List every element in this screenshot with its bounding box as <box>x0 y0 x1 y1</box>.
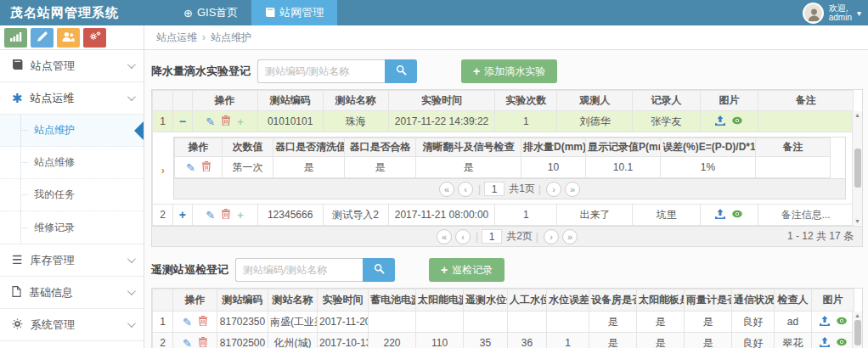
table-row: 1✎81702350南盛(工业渠)2017-11-20是是是良好ad <box>153 312 854 333</box>
sidebar-item-2[interactable]: ☰库存管理 <box>0 244 144 277</box>
add-inspection-label: 巡检记录 <box>452 263 493 278</box>
view-icon[interactable] <box>837 338 847 348</box>
edit-button[interactable] <box>31 28 54 48</box>
inspection-search-button[interactable] <box>363 258 395 282</box>
pag-next-button[interactable]: › <box>546 182 561 197</box>
chevron-down-icon <box>127 93 136 101</box>
experiment-search-input[interactable] <box>257 59 385 83</box>
edit-icon[interactable]: ✎ <box>206 210 215 221</box>
toolbar: 站点运维 › 站点维护 <box>0 25 868 50</box>
add-icon[interactable]: + <box>237 210 244 221</box>
data-cell <box>508 312 547 333</box>
sidebar-subitem-3[interactable]: 维修记录 <box>0 211 144 244</box>
settings-button[interactable] <box>83 28 106 48</box>
separator: | <box>476 231 478 243</box>
view-icon[interactable] <box>837 317 847 327</box>
data-cell: 2017-11-22 14:39:22 <box>388 111 495 132</box>
separator: | <box>536 231 538 243</box>
upload-icon[interactable] <box>715 115 725 127</box>
page-number-input[interactable]: 1 <box>484 182 504 196</box>
pag-last-button[interactable]: » <box>565 182 580 197</box>
upload-icon[interactable] <box>715 209 725 221</box>
data-cell: 2017-11-20 <box>318 312 369 333</box>
sidebar-subitem-0[interactable]: 站点维护 <box>0 115 144 147</box>
gear-icon <box>12 318 23 332</box>
edit-icon[interactable]: ✎ <box>206 116 215 127</box>
vertical-scrollbar[interactable]: ▲ <box>852 312 862 348</box>
sidebar-subitem-1[interactable]: 站点维修 <box>0 147 144 179</box>
sidebar-item-0[interactable]: 站点管理 <box>0 50 144 82</box>
separator: | <box>538 183 541 195</box>
column-header: 测站名称 <box>323 91 388 111</box>
pag-first-button[interactable]: « <box>437 229 452 244</box>
scroll-thumb[interactable] <box>854 149 861 188</box>
scroll-up-icon[interactable]: ▲ <box>854 112 860 118</box>
user-menu[interactable]: 欢迎, admin ▾ <box>803 0 861 25</box>
sidebar-item-1[interactable]: ✱站点运维 <box>0 82 144 115</box>
delete-icon[interactable] <box>222 115 230 127</box>
delete-icon[interactable] <box>199 316 207 328</box>
stats-button[interactable] <box>4 28 27 48</box>
pag-first-button[interactable]: « <box>439 182 454 197</box>
delete-icon[interactable] <box>222 209 230 221</box>
add-drip-test-button[interactable]: + 添加滴水实验 <box>461 59 557 83</box>
edit-icon[interactable]: ✎ <box>186 162 195 173</box>
column-header: 备注 <box>758 91 854 111</box>
users-icon <box>62 31 75 44</box>
operations-cell: ✎ <box>175 157 223 178</box>
breadcrumb-section[interactable]: 站点运维 <box>156 31 197 45</box>
data-cell: 35 <box>464 333 508 348</box>
sub-column-header: 备注 <box>756 138 831 157</box>
sidebar-subitem-label: 维修记录 <box>34 221 75 235</box>
data-cell: 1 <box>547 333 589 348</box>
edit-icon[interactable]: ✎ <box>183 338 192 348</box>
view-icon[interactable] <box>732 210 742 220</box>
sidebar-item-label: 基础信息 <box>29 285 73 300</box>
data-cell: 张学友 <box>633 111 700 132</box>
experiment-search-button[interactable] <box>385 59 417 83</box>
view-icon[interactable] <box>732 116 742 126</box>
sidebar-subitem-2[interactable]: 我的任务 <box>0 179 144 211</box>
add-inspection-button[interactable]: + 巡检记录 <box>429 258 504 282</box>
delete-icon[interactable] <box>202 161 211 173</box>
sidebar-submenu: 站点维护站点维修我的任务维修记录 <box>0 115 144 244</box>
vertical-scrollbar[interactable]: ▲▼ <box>852 111 862 225</box>
upload-icon[interactable] <box>820 316 830 328</box>
app-title: 茂名站网管理系统 <box>0 0 119 25</box>
pag-prev-button[interactable]: ‹ <box>458 182 473 197</box>
column-header: 操作 <box>173 289 217 312</box>
page-number-input[interactable]: 1 <box>482 229 502 244</box>
scroll-thumb[interactable] <box>854 320 861 345</box>
book-icon <box>265 7 275 20</box>
column-header: 实验次数 <box>495 91 557 111</box>
nav-station-network[interactable]: 站网管理 <box>251 0 337 25</box>
operations-cell: ✎+ <box>192 111 257 132</box>
inspection-search-input[interactable] <box>235 258 363 282</box>
collapse-row-button[interactable]: − <box>173 111 192 132</box>
pag-last-button[interactable]: » <box>562 229 578 244</box>
experiment-panel-head: 降水量滴水实验登记 + 添加滴水实验 <box>151 57 863 86</box>
scroll-up-icon[interactable]: ▲ <box>854 312 860 318</box>
users-button[interactable] <box>57 28 80 48</box>
upload-icon[interactable] <box>820 337 830 348</box>
data-cell: 12345666 <box>257 205 323 226</box>
sub-column-header: 误差(%)E=(P-D)/D*100 <box>661 138 756 157</box>
sidebar-item-3[interactable]: 基础信息 <box>0 277 144 309</box>
sidebar-item-4[interactable]: 系统管理 <box>0 309 144 341</box>
edit-icon[interactable]: ✎ <box>183 317 192 328</box>
chevron-down-icon <box>127 255 136 263</box>
expand-row-button[interactable]: + <box>173 205 192 226</box>
nav-gis-home[interactable]: ⊕ GIS首页 <box>170 0 251 25</box>
scroll-down-icon[interactable]: ▼ <box>854 218 860 224</box>
data-cell <box>547 312 589 333</box>
inspection-data-table: 操作测站编码测站名称实验时间蓄电池电源电压太阳能电源电压遥测水位值人工水位值水位… <box>152 289 854 348</box>
data-cell: 是 <box>637 333 685 348</box>
row-number: 2 <box>153 205 173 226</box>
search-icon <box>374 263 385 277</box>
expander-header <box>173 91 192 111</box>
pag-prev-button[interactable]: ‹ <box>455 229 471 244</box>
add-icon[interactable]: + <box>237 116 244 127</box>
sub-row-arrow-icon: › <box>153 137 173 199</box>
delete-icon[interactable] <box>199 337 207 348</box>
pag-next-button[interactable]: › <box>544 229 559 244</box>
